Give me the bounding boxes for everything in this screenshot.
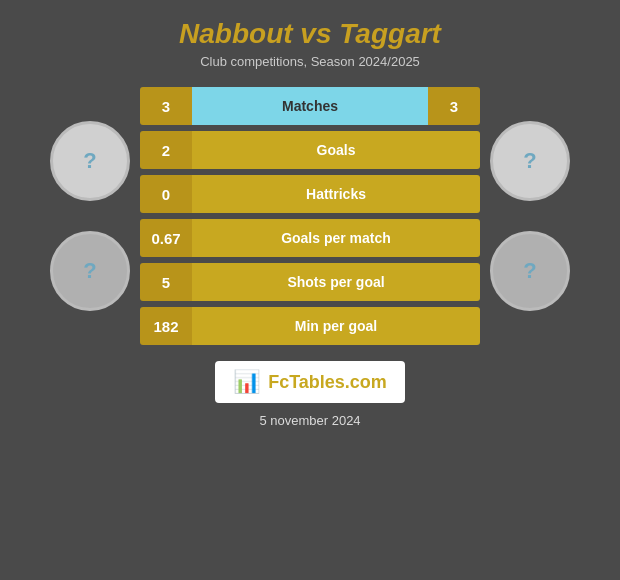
stat-left-shots-per-goal: 5: [140, 263, 192, 301]
stats-col: 3Matches32Goals0Hattricks0.67Goals per m…: [140, 87, 480, 345]
logo-box: 📊 FcTables.com: [215, 361, 405, 403]
stat-right-matches: 3: [428, 87, 480, 125]
stat-left-hattricks: 0: [140, 175, 192, 213]
avatar-left: ?: [50, 121, 130, 201]
page-subtitle: Club competitions, Season 2024/2025: [200, 54, 420, 69]
stat-label-matches: Matches: [192, 87, 428, 125]
stat-label-shots-per-goal: Shots per goal: [192, 263, 480, 301]
stat-row-goals-per-match: 0.67Goals per match: [140, 219, 480, 257]
stat-row-min-per-goal: 182Min per goal: [140, 307, 480, 345]
date-text: 5 november 2024: [259, 413, 360, 428]
stat-label-goals-per-match: Goals per match: [192, 219, 480, 257]
avatar-right: ?: [490, 121, 570, 201]
stat-row-hattricks: 0Hattricks: [140, 175, 480, 213]
stat-left-goals-per-match: 0.67: [140, 219, 192, 257]
stat-label-min-per-goal: Min per goal: [192, 307, 480, 345]
stat-label-goals: Goals: [192, 131, 480, 169]
stat-left-matches: 3: [140, 87, 192, 125]
stat-row-matches: 3Matches3: [140, 87, 480, 125]
logo-icon: 📊: [233, 369, 260, 395]
avatar-right-2: ?: [490, 231, 570, 311]
player-left-col: ? ?: [40, 121, 140, 311]
stat-label-hattricks: Hattricks: [192, 175, 480, 213]
stat-left-goals: 2: [140, 131, 192, 169]
main-content: ? ? 3Matches32Goals0Hattricks0.67Goals p…: [0, 87, 620, 345]
player-right-col: ? ?: [480, 121, 580, 311]
logo-text: FcTables.com: [268, 372, 387, 393]
page-title: Nabbout vs Taggart: [179, 18, 441, 50]
stat-row-goals: 2Goals: [140, 131, 480, 169]
logo-container: 📊 FcTables.com: [215, 361, 405, 403]
stat-row-shots-per-goal: 5Shots per goal: [140, 263, 480, 301]
stat-left-min-per-goal: 182: [140, 307, 192, 345]
avatar-left-2: ?: [50, 231, 130, 311]
